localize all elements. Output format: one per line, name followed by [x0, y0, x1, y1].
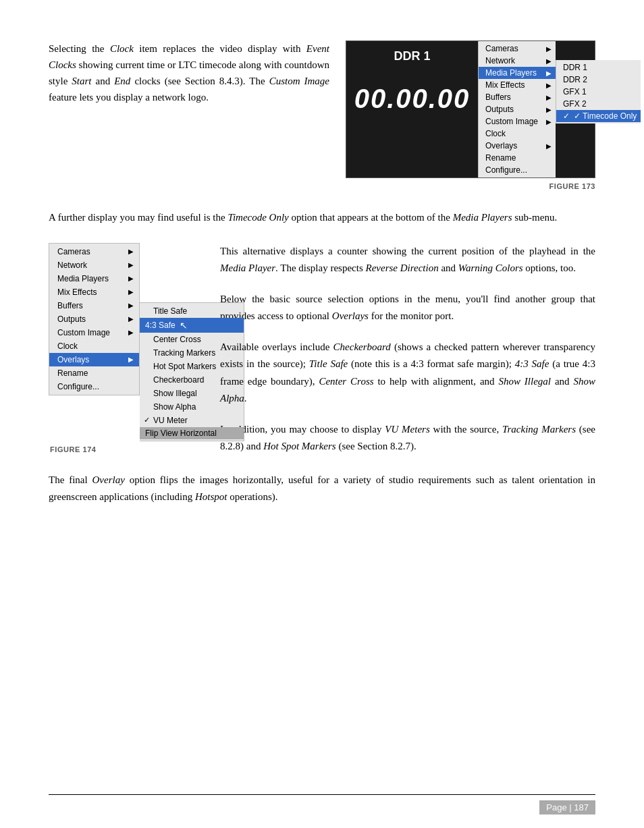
fig174-main-menu: Cameras▶ Network▶ Media Players▶ Mix Eff…	[49, 243, 140, 395]
f174-network[interactable]: Network▶	[49, 258, 139, 272]
menu-item-custom-image[interactable]: Custom Image▶	[479, 115, 556, 128]
menu-item-configure[interactable]: Configure...	[479, 164, 556, 176]
f174-overlays[interactable]: Overlays▶	[49, 353, 139, 366]
f174-configure[interactable]: Configure...	[49, 380, 139, 393]
figure174-container: Cameras▶ Network▶ Media Players▶ Mix Eff…	[49, 243, 204, 456]
overlay-flip-view[interactable]: Flip View Horizontal	[140, 427, 244, 439]
f174-clock[interactable]: Clock	[49, 339, 139, 353]
page-footer: Page | 187	[0, 794, 644, 815]
overlay-show-alpha[interactable]: Show Alpha	[140, 400, 244, 414]
menu-item-rename[interactable]: Rename	[479, 152, 556, 164]
middle-section: Cameras▶ Network▶ Media Players▶ Mix Eff…	[49, 243, 595, 456]
overlay-hot-spot-markers[interactable]: Hot Spot Markers	[140, 360, 244, 373]
f174-rename[interactable]: Rename	[49, 366, 139, 380]
figure173-caption: FIGURE 173	[346, 182, 595, 190]
fig173-menu-col1: Cameras▶ Network▶ Media Players▶ Mix Eff…	[478, 41, 556, 177]
menu-item-cameras[interactable]: Cameras▶	[479, 43, 556, 55]
figure174-caption: FIGURE 174	[49, 445, 204, 453]
overlay-checkerboard[interactable]: Checkerboard	[140, 373, 244, 387]
f174-outputs[interactable]: Outputs▶	[49, 312, 139, 326]
menu-item-overlays[interactable]: Overlays▶	[479, 140, 556, 152]
top-section: Selecting the Clock item replaces the vi…	[49, 40, 595, 190]
overlay-title-safe[interactable]: Title Safe	[140, 304, 244, 318]
ddr1-title: DDR 1	[353, 49, 471, 63]
middle-right-text: This alternative displays a counter show…	[220, 243, 595, 456]
overlay-show-illegal[interactable]: Show Illegal	[140, 387, 244, 400]
f174-mix-effects[interactable]: Mix Effects▶	[49, 285, 139, 299]
menu-item-media-players[interactable]: Media Players▶	[479, 67, 556, 79]
menu-item-mix-effects[interactable]: Mix Effects▶	[479, 79, 556, 91]
submenu-gfx2[interactable]: GFX 2	[556, 98, 641, 110]
menu-item-outputs[interactable]: Outputs▶	[479, 103, 556, 115]
f174-buffers[interactable]: Buffers▶	[49, 299, 139, 312]
top-text: Selecting the Clock item replaces the vi…	[49, 40, 329, 190]
f174-cameras[interactable]: Cameras▶	[49, 245, 139, 258]
submenu-gfx1[interactable]: GFX 1	[556, 86, 641, 98]
paragraph1: A further display you may find useful is…	[49, 209, 595, 227]
submenu-ddr2[interactable]: DDR 2	[556, 74, 641, 86]
menu-item-clock[interactable]: Clock	[479, 128, 556, 140]
overlay-43-safe[interactable]: 4:3 Safe ↖	[140, 318, 244, 333]
footer-line	[49, 794, 595, 795]
overlay-vu-meter[interactable]: VU Meter	[140, 414, 244, 427]
page-content: Selecting the Clock item replaces the vi…	[0, 0, 644, 580]
f174-media-players[interactable]: Media Players▶	[49, 272, 139, 285]
menu-item-network[interactable]: Network▶	[479, 55, 556, 67]
ddr1-timecode: 00.00.00	[353, 84, 471, 114]
page-number: Page | 187	[539, 800, 595, 815]
overlay-center-cross[interactable]: Center Cross	[140, 333, 244, 346]
submenu-timecode-only[interactable]: ✓ Timecode Only	[556, 110, 641, 122]
menu-item-buffers[interactable]: Buffers▶	[479, 91, 556, 103]
f174-custom-image[interactable]: Custom Image▶	[49, 326, 139, 339]
fig174-overlay-submenu: Title Safe 4:3 Safe ↖ Center Cross Track…	[140, 302, 244, 441]
submenu-ddr1[interactable]: DDR 1	[556, 61, 641, 74]
overlay-tracking-markers[interactable]: Tracking Markers	[140, 346, 244, 360]
fig173-submenu: DDR 1 DDR 2 GFX 1 GFX 2 ✓ Timecode Only	[556, 60, 641, 123]
bottom-paragraph: The final Overlay option flips the image…	[49, 472, 595, 506]
figure173-container: DDR 1 00.00.00 Cameras▶ Network▶ Media P…	[346, 40, 595, 190]
